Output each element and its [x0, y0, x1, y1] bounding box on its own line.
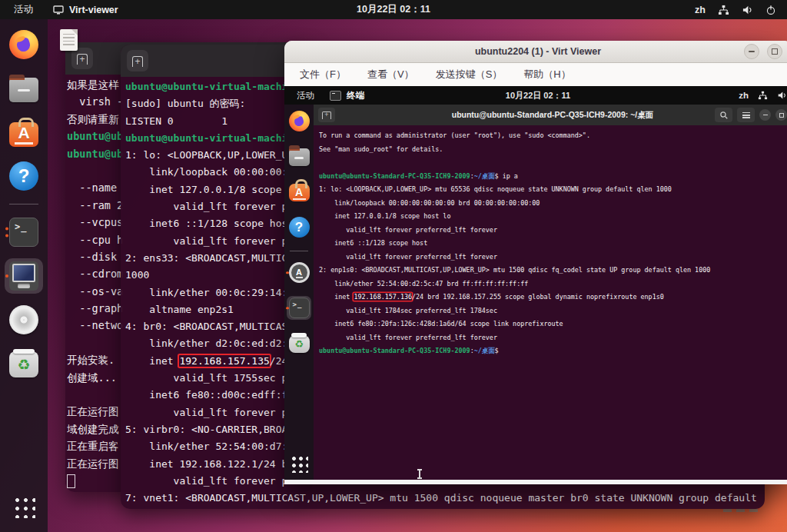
- terminal-text: --graph: [67, 302, 123, 314]
- dock-item-updater[interactable]: [287, 261, 311, 284]
- dock-item-firefox[interactable]: [5, 27, 43, 62]
- dock-item-terminal[interactable]: [287, 296, 311, 320]
- terminal-text: inet6 ::1/128 scope hos: [125, 218, 287, 229]
- power-icon[interactable]: [765, 5, 776, 15]
- terminal-text: inet: [125, 355, 179, 367]
- terminal-text: 正在重启客: [67, 440, 119, 452]
- guest-terminal-header[interactable]: ubuntu@ubuntu-Standard-PC-Q35-ICH9-2009:…: [314, 105, 787, 125]
- virtviewer-icon: [9, 261, 38, 291]
- new-tab-button[interactable]: [71, 48, 93, 69]
- help-icon: [289, 217, 310, 238]
- search-icon: [719, 111, 729, 120]
- terminal-text: 域创建完成: [67, 423, 119, 435]
- terminal-text: 2: ens33: <BROADCAST,MULTIC: [125, 252, 287, 264]
- terminal-text: [sudo] ubuntu 的密码:: [125, 98, 245, 109]
- guest-activities-button[interactable]: 活动: [297, 90, 314, 101]
- trash-icon: [289, 335, 310, 353]
- dock-item-help[interactable]: [5, 158, 43, 194]
- running-indicator: [286, 271, 289, 274]
- minimize-button[interactable]: [744, 44, 759, 59]
- guest-input-method-indicator[interactable]: zh: [739, 91, 749, 100]
- input-method-indicator[interactable]: zh: [695, 5, 706, 15]
- files-icon: [289, 148, 310, 166]
- guest-display[interactable]: 活动 终端 10月22日 02：11 zh: [284, 86, 787, 484]
- guest-app-name: 终端: [347, 90, 364, 101]
- trash-icon: [9, 351, 38, 377]
- dock-item-software[interactable]: [5, 115, 43, 150]
- dock-divider: [9, 204, 38, 204]
- terminal-text: 如果是这样: [67, 78, 119, 91]
- terminal-text: valid_lft forever pr: [125, 201, 294, 212]
- volume-icon[interactable]: [742, 5, 753, 15]
- dock-item-trash[interactable]: [5, 346, 43, 381]
- firefox-icon: [9, 30, 38, 59]
- terminal-text: inet 192.168.122.1/24 b: [125, 458, 287, 470]
- virt-viewer-window: ubuntu2204 (1) - Virt Viewer 文件（F）查看（V）发…: [284, 41, 787, 484]
- menu-item-1[interactable]: 查看（V）: [358, 65, 423, 85]
- search-button[interactable]: [715, 108, 732, 122]
- terminal-text: valid_lft 1784sec preferred_lft 1784sec: [319, 307, 497, 314]
- terminal-text: ubuntu@ub: [67, 148, 123, 160]
- guest-minimize-button[interactable]: [759, 109, 771, 121]
- terminal-text: inet: [319, 293, 354, 301]
- menu-item-2[interactable]: 发送按键（S）: [427, 65, 512, 85]
- mouse-cursor: [419, 469, 420, 479]
- terminal-text: See "man sudo_root" for details.: [319, 145, 443, 153]
- terminal-text: --disk: [67, 251, 117, 263]
- dock-item-software[interactable]: [287, 180, 311, 204]
- maximize-button[interactable]: [767, 44, 782, 59]
- menu-item-3[interactable]: 帮助（H）: [514, 65, 579, 85]
- terminal-window-icon: [330, 91, 341, 101]
- activities-button[interactable]: 活动: [14, 3, 33, 16]
- network-icon[interactable]: [718, 5, 729, 15]
- terminal-line: 7: vnet1: <BROADCAST,MULTICAST,UP,LOWER_…: [125, 490, 765, 507]
- terminal-text: link/ether d2:0c:ed:d2:: [125, 337, 287, 349]
- new-tab-button[interactable]: [318, 108, 335, 122]
- terminal-text: ubuntu@ubuntu-virtual-machi: [125, 81, 287, 92]
- terminal-text: 1: lo: <LOOPBACK,UP,LOWER_U: [125, 149, 287, 161]
- volume-icon[interactable]: [777, 91, 787, 100]
- guest-maximize-button[interactable]: [775, 109, 787, 121]
- new-tab-button[interactable]: [127, 50, 148, 71]
- terminal-line: See "man sudo_root" for details.: [319, 143, 787, 157]
- dock-item-virtviewer[interactable]: [5, 258, 43, 294]
- terminal-text: valid_lft forever preferred_lft forever: [319, 226, 497, 234]
- terminal-line: inet 192.168.157.136/24 brd 192.168.157.…: [319, 291, 787, 304]
- terminal-text: link/loopback 00:00:00:00:00:00 brd 00:0…: [319, 199, 540, 207]
- guest-clock[interactable]: 10月22日 02：11: [506, 86, 570, 105]
- terminal-text: link/loopback 00:00:00:: [125, 166, 287, 178]
- terminal-text: ubuntu@ub: [67, 130, 123, 142]
- terminal-text: ubuntu@ubuntu-Standard-PC-Q35-ICH9-2009: [319, 347, 470, 354]
- terminal-line: ubuntu@ubuntu-Standard-PC-Q35-ICH9-2009:…: [319, 344, 787, 358]
- dock-item-firefox[interactable]: [287, 109, 311, 133]
- text-file-icon[interactable]: [60, 29, 78, 51]
- dock: [0, 19, 48, 532]
- dock-item-grid[interactable]: [5, 489, 43, 524]
- desktop: 活动 Virt-viewer 10月22日 02：11 zh 如果是这样 vir…: [0, 0, 787, 532]
- dock-item-files[interactable]: [287, 145, 311, 168]
- terminal-text: 1: lo: <LOOPBACK,UP,LOWER_UP> mtu 65536 …: [319, 185, 672, 193]
- clock[interactable]: 10月22日 02：11: [357, 0, 430, 19]
- dock-item-help[interactable]: [287, 215, 311, 239]
- guest-display-bottom-strip: [284, 480, 787, 484]
- guest-focused-app-indicator[interactable]: 终端: [330, 90, 364, 101]
- dock-item-files[interactable]: [5, 71, 43, 106]
- dock-item-trash[interactable]: [287, 331, 311, 355]
- menu-button[interactable]: [737, 108, 755, 122]
- terminal-line: link/ether 52:54:00:d2:5c:47 brd ff:ff:f…: [319, 278, 787, 291]
- terminal-text: LISTEN 0 1: [125, 115, 227, 127]
- terminal-text: 创建域...: [67, 371, 117, 384]
- dock-item-disc[interactable]: [5, 302, 43, 337]
- terminal-text: ~/桌面: [474, 172, 495, 180]
- terminal-text: valid_lft forever preferred_lft forever: [319, 253, 497, 261]
- ip-highlight: 192.168.157.136: [354, 293, 412, 301]
- dock-item-grid[interactable]: [287, 451, 311, 475]
- virt-viewer-titlebar[interactable]: ubuntu2204 (1) - Virt Viewer: [284, 41, 787, 63]
- terminal-text: --os-va: [67, 285, 123, 298]
- guest-terminal-window[interactable]: ubuntu@ubuntu-Standard-PC-Q35-ICH9-2009:…: [314, 105, 787, 484]
- focused-app-indicator[interactable]: Virt-viewer: [53, 5, 118, 15]
- terminal-text: To run a command as administrator (user …: [319, 131, 590, 139]
- menu-item-0[interactable]: 文件（F）: [291, 65, 355, 85]
- dock-item-terminal[interactable]: [5, 214, 43, 250]
- network-icon[interactable]: [758, 91, 768, 100]
